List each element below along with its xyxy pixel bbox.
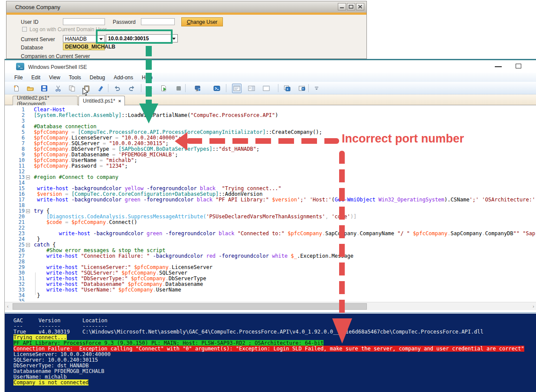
scroll-right-icon[interactable]: › [533,304,534,309]
user-id-input[interactable] [63,18,105,25]
undo-icon[interactable] [112,84,122,93]
toolbar-separator [141,84,141,92]
toolbar-separator [185,84,186,92]
console-line: True v4.0.30319 C:\Windows\Microsoft.Net… [13,329,484,335]
remote-session-icon[interactable] [193,84,203,93]
mouse-cursor [82,87,89,99]
code-line: } [34,293,40,298]
menu-tools[interactable]: Tools [65,74,85,81]
clear-console-icon[interactable] [96,84,105,93]
toolbar-separator [226,84,226,92]
start-powershell-icon[interactable] [212,84,222,93]
save-icon[interactable] [39,84,49,93]
code-line: write-host -backgroundcolor green -foreg… [34,197,536,203]
green-arrowhead-down [139,104,158,123]
code-line: $code = $pfcCompany.Connect() [34,220,137,225]
code-line: #region #Connect to company [34,175,118,180]
green-dashed-arrow-line [146,46,152,104]
toolbar-separator [108,84,108,92]
red-arrowhead-down [332,318,352,343]
password-input[interactable] [141,18,175,25]
layout-script-right-icon[interactable] [247,84,256,93]
ise-titlebar[interactable]: >_ Windows PowerShell ISE [5,60,536,73]
red-dashed-arrow-line [186,138,339,144]
domain-user-checkbox-label: Log on with Current Domain User [29,26,107,32]
code-line: write-host -backgroundcolor green -foreg… [34,231,536,236]
layout-script-max-icon[interactable] [261,84,271,93]
copy-icon[interactable] [67,84,77,93]
tab-label: Untitled3.ps1* [83,98,115,104]
new-remote-powershell-tab-icon[interactable] [297,84,307,93]
menu-debug[interactable]: Debug [85,74,109,81]
toolbar-separator [278,84,278,92]
layout-script-top-icon[interactable] [232,84,242,93]
companies-label: Companies on Current Server [21,53,90,59]
menu-file[interactable]: File [10,74,27,81]
cut-icon[interactable] [53,84,63,93]
change-user-button[interactable]: Change User [181,17,223,26]
open-folder-icon[interactable] [26,84,35,93]
incorrect-port-annotation: Incorrect port number [342,132,464,146]
dialog-close-button[interactable] [356,3,364,10]
menu-bar: FileEditViewToolsDebugAdd-onsHelp [5,73,536,82]
stop-icon[interactable] [174,84,183,93]
password-label: Password [113,19,136,25]
pane-divider [5,312,536,313]
menu-edit[interactable]: Edit [27,74,45,81]
new-file-icon[interactable] [12,84,21,93]
tab-close-icon[interactable]: × [118,98,121,104]
powershell-ise-window: >_ Windows PowerShell ISE FileEditViewTo… [4,59,536,392]
dialog-minimize-button[interactable] [338,3,346,10]
code-line: write-host "Connection Failure: " -backg… [34,253,353,259]
scrollbar-thumb[interactable] [13,303,367,310]
redo-icon[interactable] [127,84,137,93]
maximize-button[interactable] [516,64,521,68]
editor-horizontal-scrollbar[interactable]: ‹ › [5,302,536,310]
dialog-maximize-button[interactable] [347,3,355,10]
user-id-label: User ID [21,19,39,25]
fold-collapse-icon[interactable] [26,243,30,247]
menu-view[interactable]: View [45,74,65,81]
current-server-label: Current Server [21,36,55,42]
dialog-accent-bar [7,13,366,15]
console-line: Company is not connected [13,380,88,386]
code-line: write-host "UserName:" $pfcCompany.UserN… [34,287,181,293]
fold-collapse-icon[interactable] [26,209,30,213]
window-title: Windows PowerShell ISE [28,64,87,70]
new-powershell-tab-icon[interactable] [282,84,292,93]
database-label: Database [21,45,43,51]
domain-user-checkbox[interactable] [22,27,27,32]
screenshot-root: Choose Company User ID Password Change U… [0,0,536,392]
fold-collapse-icon[interactable] [26,175,30,179]
choose-company-dialog: Choose Company User ID Password Change U… [6,1,367,59]
code-line: $pfcCompany.Password = "1234"; [34,163,128,169]
tab-untitled2-ps1-recovered-[interactable]: Untitled2.ps1*(Recovered) [13,96,78,105]
green-highlight-box [96,29,173,44]
dialog-titlebar[interactable]: Choose Company [7,1,366,13]
powershell-app-icon: >_ [16,63,24,70]
line-number: 35 [9,298,25,301]
red-arrowhead-left [175,132,187,150]
scroll-left-icon[interactable]: ‹ [7,304,9,309]
minimize-button[interactable] [495,66,502,67]
dialog-title: Choose Company [15,4,60,10]
menu-addons[interactable]: Add-ons [109,74,137,81]
toolbar-separator [308,84,309,92]
chevron-down-icon [172,38,176,40]
run-selection-icon[interactable] [159,84,169,93]
overflow-icon[interactable] [312,84,321,93]
console-pane[interactable]: GAC Version Location--- ------- --------… [5,314,536,392]
database-value-field[interactable]: DEMOGB_MICHALB [63,43,105,50]
red-dashed-arrow-vertical [339,151,345,317]
